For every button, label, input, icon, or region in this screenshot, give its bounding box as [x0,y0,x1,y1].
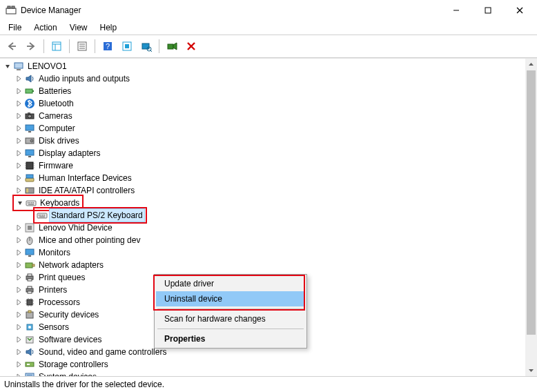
scan-hardware-button[interactable] [137,37,155,55]
menu-view[interactable]: View [64,22,93,33]
tree-device-label: Standard PS/2 Keyboard [50,209,144,222]
svg-rect-69 [26,263,32,268]
tree-category-lenovo-vhid-device[interactable]: Lenovo Vhid Device [3,222,525,234]
tree-category-label: Software devices [37,333,103,346]
expander-icon[interactable] [15,198,25,208]
svg-rect-40 [26,162,33,169]
tree-category-bluetooth[interactable]: Bluetooth [3,97,525,110]
svg-rect-68 [28,255,31,257]
svg-rect-64 [28,226,32,230]
software-icon [23,334,36,345]
tree-category-monitors[interactable]: Monitors [3,246,525,259]
tree-category-label: Sensors [37,321,70,333]
vertical-scrollbar[interactable] [525,59,537,376]
svg-line-22 [150,50,152,52]
mouse-icon [23,235,36,246]
tree-category-disk-drives[interactable]: Disk drives [3,135,525,147]
menu-action[interactable]: Action [28,22,62,33]
tree-category-computer[interactable]: Computer [3,122,525,135]
expander-icon[interactable] [14,310,23,320]
tree-category-network-adapters[interactable]: Network adapters [3,259,525,271]
scroll-up-button[interactable] [525,59,537,70]
expander-icon[interactable] [3,61,12,71]
tree-category-system-devices[interactable]: System devices [3,371,525,376]
tree-category-cameras[interactable]: Cameras [3,110,525,122]
tree-category-audio-inputs-and-outputs[interactable]: Audio inputs and outputs [3,72,525,85]
uninstall-device-button[interactable] [182,37,200,55]
expander-icon[interactable] [14,335,23,344]
tree-category-storage-controllers[interactable]: Storage controllers [3,358,525,371]
sensor-icon [23,322,36,333]
tree-category-firmware[interactable]: Firmware [3,159,525,172]
statusbar: Uninstalls the driver for the selected d… [0,376,537,392]
scroll-track[interactable] [525,70,537,364]
expander-icon[interactable] [14,322,23,332]
expander-icon[interactable] [14,173,23,183]
tree-category-mice-and-other-pointing-dev[interactable]: Mice and other pointing dev [3,234,525,246]
expander-icon[interactable] [14,285,23,295]
svg-rect-48 [26,175,33,178]
expander-icon[interactable] [14,148,23,158]
tree-category-display-adapters[interactable]: Display adapters [3,147,525,159]
expander-icon[interactable] [14,99,23,108]
menu-file[interactable]: File [3,22,27,33]
svg-rect-20 [142,43,149,49]
expander-icon[interactable] [14,235,23,245]
expander-icon[interactable] [14,74,23,84]
expander-icon[interactable] [14,360,23,369]
expander-icon[interactable] [14,86,23,96]
properties-button[interactable] [73,37,91,55]
close-button[interactable] [504,0,536,21]
scroll-down-button[interactable] [525,364,537,376]
tree-root[interactable]: LENOVO1 [3,60,525,72]
expander-icon[interactable] [14,186,23,195]
expander-icon[interactable] [14,248,23,257]
enable-device-button[interactable] [163,37,181,55]
maximize-button[interactable] [472,0,504,21]
expander-icon[interactable] [14,223,23,233]
audio-icon [23,346,36,357]
expander-icon[interactable] [14,260,23,270]
display-icon [23,148,36,159]
svg-line-6 [517,8,523,13]
svg-rect-27 [17,69,21,70]
svg-rect-59 [41,215,42,216]
ctx-update-driver[interactable]: Update driver [156,276,305,291]
svg-rect-38 [26,150,34,155]
svg-point-37 [30,139,33,142]
svg-rect-23 [168,44,173,49]
svg-rect-58 [39,215,40,216]
toolbar-separator [159,39,159,53]
expander-icon[interactable] [14,372,23,376]
expander-icon[interactable] [14,136,23,146]
firmware-icon [23,160,36,171]
help-button[interactable]: ? [99,37,117,55]
tree-device-standard-ps2-keyboard[interactable]: Standard PS/2 Keyboard [3,209,525,222]
printer-icon [23,272,36,283]
ctx-scan-hardware[interactable]: Scan for hardware changes [156,311,305,326]
expander-icon[interactable] [14,347,23,357]
menu-help[interactable]: Help [95,22,123,33]
svg-rect-55 [33,202,35,204]
toolbar-button-5[interactable] [118,37,136,55]
toolbar: ? [0,35,537,58]
tree-category-label: Network adapters [37,259,105,271]
expander-icon[interactable] [14,161,23,170]
minimize-button[interactable] [440,0,472,21]
tree-category-label: Cameras [37,110,74,122]
expander-icon[interactable] [14,297,23,307]
forward-button[interactable] [22,37,40,55]
show-hide-tree-button[interactable] [48,37,66,55]
ctx-properties[interactable]: Properties [156,331,305,346]
expander-icon[interactable] [14,124,23,133]
scroll-thumb[interactable] [527,70,536,335]
svg-rect-61 [44,215,46,216]
tree-category-batteries[interactable]: Batteries [3,85,525,97]
back-button[interactable] [3,37,21,55]
expander-icon[interactable] [14,273,23,282]
tree-category-label: Human Interface Devices [37,172,133,184]
tree-category-human-interface-devices[interactable]: Human Interface Devices [3,172,525,184]
ctx-uninstall-device[interactable]: Uninstall device [156,291,305,306]
camera-icon [23,110,36,121]
expander-icon[interactable] [14,111,23,121]
